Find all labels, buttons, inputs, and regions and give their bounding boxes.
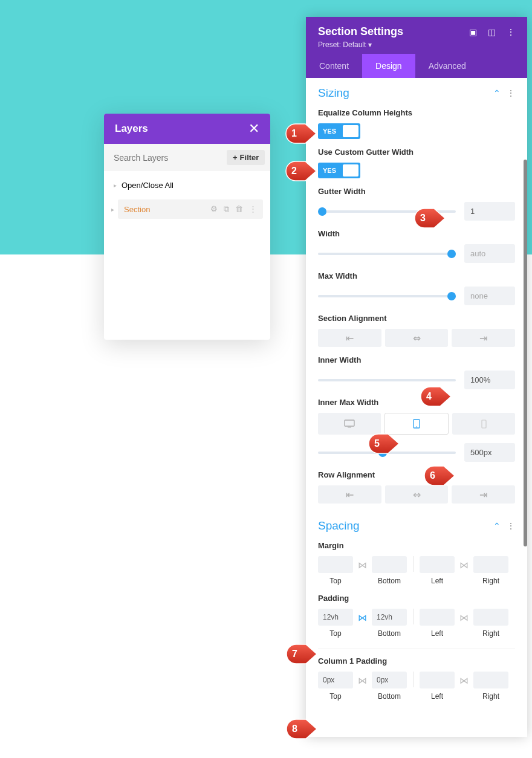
inner-width-slider[interactable]	[318, 379, 456, 381]
equalize-label: Equalize Column Heights	[318, 108, 515, 117]
annotation-7: 7	[285, 643, 318, 665]
margin-right-input[interactable]	[473, 556, 508, 573]
panel-title: Section Settings	[318, 25, 403, 38]
settings-panel: Section Settings ▣ ◫ ⋮ Preset: Default ▾…	[306, 17, 527, 737]
margin-bottom-input[interactable]	[372, 556, 407, 573]
sizing-title[interactable]: Sizing	[318, 86, 349, 100]
open-close-label: Open/Close All	[122, 181, 174, 190]
chevron-right-icon[interactable]: ▸	[111, 206, 114, 213]
sizing-section: Sizing ⌃ ⋮ Equalize Column Heights YES U…	[306, 78, 527, 516]
inner-width-input[interactable]	[464, 371, 515, 389]
filter-label: Filter	[240, 153, 259, 162]
margin-label: Margin	[318, 541, 515, 550]
chevron-up-icon[interactable]: ⌃	[493, 521, 501, 531]
toggle-knob	[343, 164, 358, 177]
kebab-icon[interactable]: ⋮	[507, 88, 515, 98]
padding-label: Padding	[318, 594, 515, 603]
row-align-center-button[interactable]: ⇔	[385, 485, 449, 504]
layers-header: Layers ✕	[104, 114, 270, 144]
link-icon[interactable]: ⋈	[458, 560, 470, 571]
tab-content[interactable]: Content	[306, 54, 362, 78]
svg-rect-1	[348, 427, 351, 427]
spacing-section: Spacing ⌃ ⋮ Margin Top ⋈ Bottom Left ⋈ R…	[306, 516, 527, 713]
equalize-toggle[interactable]: YES	[318, 123, 360, 139]
link-icon[interactable]: ⋈	[357, 560, 368, 571]
width-slider[interactable]	[318, 253, 456, 255]
annotation-6: 6	[423, 465, 456, 487]
tab-design[interactable]: Design	[362, 54, 415, 78]
section-label: Section	[124, 205, 206, 214]
close-icon[interactable]: ✕	[248, 122, 259, 135]
link-icon[interactable]: ⋈	[458, 612, 470, 623]
row-align-left-button[interactable]: ⇤	[318, 485, 381, 504]
max-width-label: Max Width	[318, 271, 515, 280]
tablet-icon[interactable]: ◫	[488, 27, 496, 37]
inner-width-label: Inner Width	[318, 355, 515, 364]
device-tablet-button[interactable]	[384, 413, 449, 435]
row-align-right-button[interactable]: ⇥	[452, 485, 515, 504]
device-desktop-button[interactable]	[318, 413, 381, 435]
scrollbar[interactable]	[524, 160, 527, 546]
col1-padding-top-input[interactable]	[318, 672, 353, 688]
section-alignment-label: Section Alignment	[318, 314, 515, 323]
kebab-icon[interactable]: ⋮	[249, 204, 257, 214]
filter-button[interactable]: + Filter	[227, 150, 265, 165]
width-input[interactable]	[464, 244, 515, 263]
col1-padding-bottom-input[interactable]	[372, 672, 407, 688]
row-alignment-label: Row Alignment	[318, 470, 515, 479]
preset-dropdown[interactable]: Preset: Default ▾	[318, 40, 515, 49]
col1-padding-right-input[interactable]	[473, 672, 508, 688]
tab-advanced[interactable]: Advanced	[415, 54, 479, 78]
margin-left-input[interactable]	[420, 556, 455, 573]
inner-max-width-input[interactable]	[464, 443, 515, 462]
svg-rect-0	[345, 420, 354, 426]
spacing-title[interactable]: Spacing	[318, 519, 360, 533]
layers-panel: Layers ✕ + Filter ▸ Open/Close All ▸ Sec…	[104, 114, 270, 340]
expand-icon[interactable]: ▣	[469, 27, 477, 37]
device-phone-button[interactable]	[452, 413, 515, 435]
open-close-all-row[interactable]: ▸ Open/Close All	[111, 176, 263, 195]
kebab-icon[interactable]: ⋮	[507, 27, 515, 37]
max-width-input[interactable]	[464, 287, 515, 305]
layer-section-row[interactable]: Section ⚙ ⧉ 🗑 ⋮	[118, 199, 263, 219]
align-center-button[interactable]: ⇔	[385, 329, 449, 347]
link-icon[interactable]: ⋈	[357, 612, 368, 623]
col1-padding-left-input[interactable]	[420, 672, 455, 688]
padding-right-input[interactable]	[473, 609, 508, 626]
width-label: Width	[318, 229, 515, 238]
annotation-5: 5	[368, 433, 400, 455]
svg-point-3	[416, 426, 417, 427]
annotation-1: 1	[285, 123, 317, 144]
gutter-width-input[interactable]	[464, 202, 515, 221]
kebab-icon[interactable]: ⋮	[507, 521, 515, 531]
padding-top-input[interactable]	[318, 609, 353, 626]
caret-down-icon: ▾	[368, 40, 372, 49]
trash-icon[interactable]: 🗑	[235, 204, 243, 214]
settings-header: Section Settings ▣ ◫ ⋮ Preset: Default ▾	[306, 17, 527, 54]
align-left-button[interactable]: ⇤	[318, 329, 381, 347]
duplicate-icon[interactable]: ⧉	[224, 204, 229, 214]
max-width-slider[interactable]	[318, 295, 456, 297]
padding-bottom-input[interactable]	[372, 609, 407, 626]
margin-top-input[interactable]	[318, 556, 353, 573]
layers-title: Layers	[115, 123, 148, 135]
layers-search-row: + Filter	[104, 144, 270, 171]
annotation-3: 3	[414, 207, 446, 229]
annotation-4: 4	[420, 386, 452, 407]
chevron-right-icon: ▸	[114, 182, 117, 189]
align-right-button[interactable]: ⇥	[452, 329, 515, 347]
gear-icon[interactable]: ⚙	[210, 204, 218, 214]
settings-tabs: Content Design Advanced	[306, 54, 527, 78]
settings-body: Sizing ⌃ ⋮ Equalize Column Heights YES U…	[306, 78, 527, 737]
custom-gutter-toggle[interactable]: YES	[318, 163, 360, 178]
link-icon[interactable]: ⋈	[458, 675, 470, 686]
chevron-up-icon[interactable]: ⌃	[493, 88, 501, 98]
search-input[interactable]	[111, 150, 222, 165]
gutter-width-label: Gutter Width	[318, 187, 515, 196]
layers-body: ▸ Open/Close All ▸ Section ⚙ ⧉ 🗑 ⋮	[104, 171, 270, 340]
plus-icon: +	[233, 153, 238, 162]
link-icon[interactable]: ⋈	[357, 675, 368, 686]
svg-rect-4	[482, 420, 486, 428]
padding-left-input[interactable]	[420, 609, 455, 626]
custom-gutter-label: Use Custom Gutter Width	[318, 147, 515, 157]
